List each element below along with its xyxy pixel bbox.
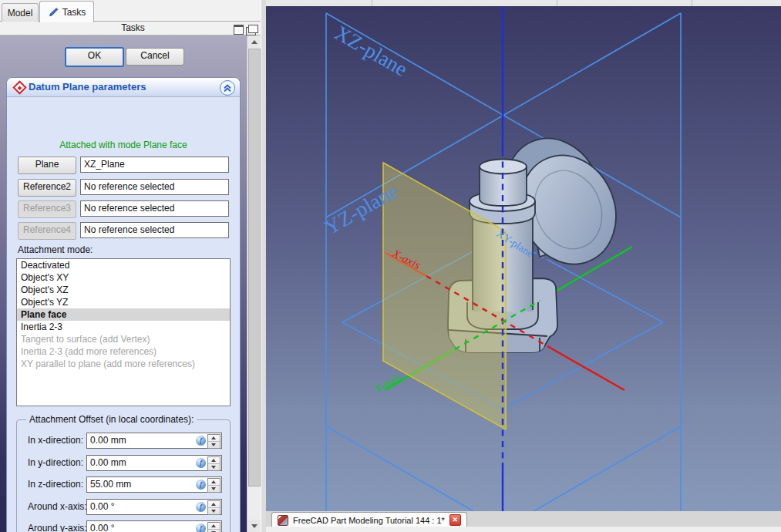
attachment-status-text: Attached with mode Plane face — [7, 140, 240, 150]
scrollbar-thumb[interactable] — [248, 49, 261, 487]
close-document-icon[interactable]: ✕ — [449, 514, 461, 526]
tab-model-label: Model — [8, 8, 33, 19]
spin-up-arrow[interactable] — [208, 523, 220, 530]
reference2-input[interactable]: No reference selected — [80, 179, 229, 195]
attachment-mode-list[interactable]: Deactivated Object's XY Object's XZ Obje… — [16, 258, 231, 406]
statusbar-strip — [266, 527, 781, 532]
list-item-selected[interactable]: Plane face — [17, 308, 230, 321]
document-tab-bar: FreeCAD Part Modeling Tutorial 144 : 1* … — [266, 511, 781, 527]
z-direction-input[interactable]: 55.00 mm ƒ — [86, 476, 222, 493]
expression-icon[interactable]: ƒ — [196, 524, 206, 532]
toolbar-separator — [557, 0, 557, 6]
toolbar-separator — [692, 0, 692, 6]
plane-reference-button[interactable]: Plane — [18, 157, 76, 174]
spin-down-arrow[interactable] — [208, 464, 220, 470]
z-direction-spinner[interactable] — [207, 478, 220, 493]
expression-icon[interactable]: ƒ — [196, 502, 206, 512]
spin-down-arrow[interactable] — [208, 442, 220, 448]
document-tab-label: FreeCAD Part Modeling Tutorial 144 : 1* — [293, 516, 445, 525]
x-direction-input[interactable]: 0.00 mm ƒ — [86, 433, 222, 449]
around-y-spinner[interactable] — [207, 522, 220, 532]
plane-reference-input[interactable]: XZ_Plane — [80, 157, 229, 173]
y-direction-spinner[interactable] — [207, 456, 220, 471]
reference4-button: Reference4 — [18, 222, 76, 240]
list-item[interactable]: Deactivated — [17, 259, 230, 271]
spin-up-arrow[interactable] — [208, 457, 220, 464]
panel-title: Tasks — [0, 22, 266, 35]
attachment-mode-label: Attachment mode: — [18, 244, 93, 255]
datum-section-header: Datum Plane parameters — [7, 78, 240, 97]
list-item: XY parallel to plane (add more reference… — [17, 358, 230, 370]
tab-model[interactable]: Model — [2, 3, 39, 22]
list-item: Tangent to surface (add Vertex) — [17, 333, 230, 345]
around-x-input[interactable]: 0.00 ° ƒ — [86, 499, 222, 515]
expression-icon[interactable]: ƒ — [196, 436, 206, 446]
attachment-offset-group: Attachment Offset (in local coordinates)… — [16, 419, 231, 532]
tasks-panel-body: OK Cancel Datum Plane parameters Attache… — [0, 35, 266, 532]
tab-tasks-label: Tasks — [62, 7, 86, 18]
scroll-down-arrow[interactable] — [247, 520, 261, 532]
toolbar-separator — [372, 0, 372, 6]
dock-shade-icon[interactable] — [234, 25, 244, 35]
panel-scrollbar[interactable] — [247, 35, 261, 532]
ok-button[interactable]: OK — [65, 47, 124, 67]
scroll-up-arrow[interactable] — [247, 35, 261, 48]
list-item[interactable]: Object's YZ — [17, 296, 230, 308]
around-x-spinner[interactable] — [207, 500, 220, 515]
freecad-document-icon — [278, 515, 288, 526]
list-item[interactable]: Object's XZ — [17, 284, 230, 296]
tab-tasks[interactable]: Tasks — [39, 1, 94, 22]
list-item: Inertia 2-3 (add more references) — [17, 345, 230, 358]
spin-down-arrow[interactable] — [208, 486, 220, 492]
combo-view-panel: Model Tasks Tasks OK Cancel Datum Plane … — [0, 0, 266, 532]
spin-up-arrow[interactable] — [208, 479, 220, 486]
list-item[interactable]: Inertia 2-3 — [17, 321, 230, 333]
expression-icon[interactable]: ƒ — [196, 480, 206, 490]
list-item[interactable]: Object's XY — [17, 271, 230, 284]
around-y-input[interactable]: 0.00 ° ƒ — [86, 520, 222, 532]
freecad-window: Model Tasks Tasks OK Cancel Datum Plane … — [0, 0, 781, 532]
attachment-offset-title: Attachment Offset (in local coordinates)… — [26, 414, 197, 425]
y-direction-input[interactable]: 0.00 mm ƒ — [86, 455, 222, 471]
document-tab[interactable]: FreeCAD Part Modeling Tutorial 144 : 1* … — [271, 512, 467, 527]
spin-up-arrow[interactable] — [208, 501, 220, 508]
datum-section-title: Datum Plane parameters — [29, 81, 146, 93]
reference3-button: Reference3 — [18, 200, 76, 218]
cancel-button[interactable]: Cancel — [126, 48, 184, 66]
spin-up-arrow[interactable] — [208, 435, 220, 442]
reference4-input[interactable]: No reference selected — [80, 222, 229, 238]
pencil-icon — [48, 7, 59, 18]
datum-plane-parameters-box: Datum Plane parameters Attached with mod… — [6, 77, 241, 532]
combo-view-tabbar: Model Tasks — [0, 0, 266, 22]
spin-down-arrow[interactable] — [208, 508, 220, 514]
3d-viewport[interactable]: XZ-plane YZ-plane XY-plane X-axis Y-axis — [266, 6, 781, 511]
reference3-input[interactable]: No reference selected — [80, 200, 229, 217]
expression-icon[interactable]: ƒ — [196, 458, 206, 468]
collapse-section-button[interactable] — [220, 80, 235, 96]
reference2-button[interactable]: Reference2 — [18, 179, 76, 197]
datum-plane-icon — [12, 80, 26, 94]
dock-float-icon[interactable] — [248, 25, 258, 33]
x-direction-spinner[interactable] — [207, 434, 220, 449]
